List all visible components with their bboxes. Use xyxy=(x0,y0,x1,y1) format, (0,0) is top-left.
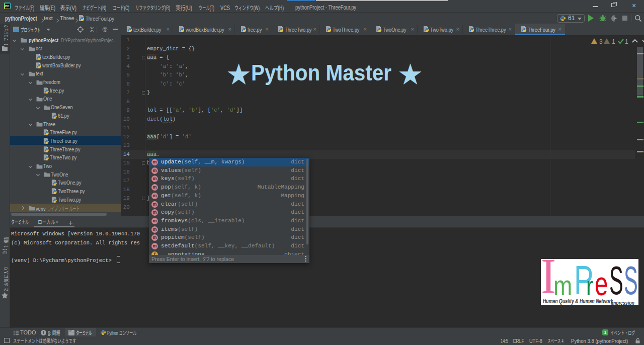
svg-text:1: 1 xyxy=(625,38,628,45)
svg-text:3: 3 xyxy=(599,38,603,45)
svg-text:1: 1 xyxy=(612,38,615,45)
